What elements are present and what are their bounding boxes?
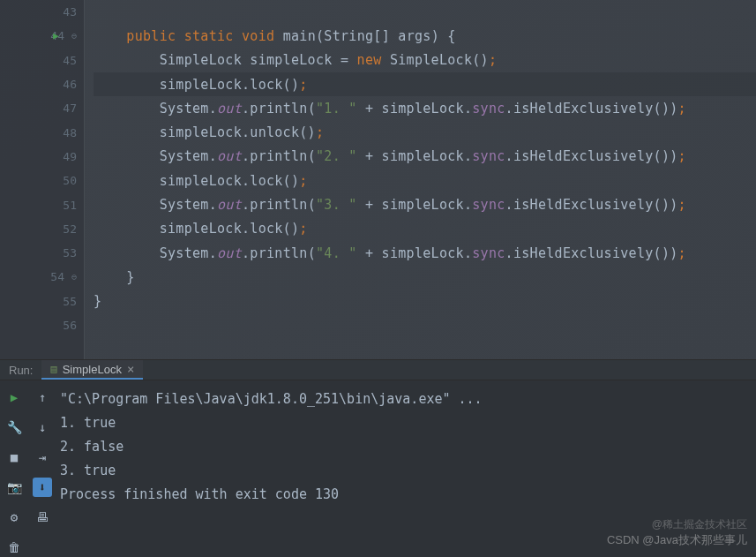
code-line[interactable]: simpleLock.lock(); [94, 217, 756, 241]
watermark-top: @稀土掘金技术社区 [652, 517, 747, 532]
gutter-row[interactable]: 54⊖ [0, 265, 84, 289]
gutter: 4344▶⊖45464748495051525354⊖5556 [0, 0, 84, 359]
gear-icon[interactable]: ⚙ [4, 508, 24, 527]
gutter-row[interactable]: 56 [0, 313, 84, 337]
code-line[interactable]: System.out.println("1. " + simpleLock.sy… [94, 96, 756, 120]
run-toolbar-right: ↑ ↓ ⇥ ⬇ 🖶 [28, 380, 56, 557]
down-arrow-icon[interactable]: ↓ [33, 418, 52, 437]
line-number: 44 [38, 29, 64, 42]
line-number: 43 [50, 5, 77, 19]
code-line[interactable]: simpleLock.lock(); [94, 169, 756, 192]
editor-pane: 4344▶⊖45464748495051525354⊖5556 public s… [0, 0, 756, 359]
gutter-row[interactable]: 53 [0, 241, 84, 265]
run-panel-header: Run: ▤ SimpleLock × [0, 360, 756, 380]
close-icon[interactable]: × [127, 362, 134, 376]
run-config-tab[interactable]: ▤ SimpleLock × [41, 360, 143, 380]
code-line[interactable]: System.out.println("3. " + simpleLock.sy… [94, 192, 756, 216]
gutter-row[interactable]: 47 [0, 96, 84, 120]
gutter-row[interactable]: 49 [0, 145, 84, 169]
line-number: 53 [50, 246, 77, 260]
fold-end-icon[interactable]: ⊖ [71, 272, 77, 282]
rerun-button[interactable]: ▶ [4, 388, 24, 407]
soft-wrap-icon[interactable]: ⇥ [33, 448, 52, 467]
run-tab-name: SimpleLock [63, 363, 122, 376]
code-line[interactable]: public static void main(String[] args) { [94, 24, 756, 48]
code-line[interactable]: } [94, 265, 756, 289]
watermark-bottom: CSDN @Java技术那些事儿 [607, 532, 747, 548]
gutter-row[interactable]: 48 [0, 120, 84, 144]
gutter-row[interactable]: 51 [0, 192, 84, 216]
gutter-row[interactable]: 44▶⊖ [0, 24, 84, 48]
code-line[interactable]: System.out.println("4. " + simpleLock.sy… [94, 241, 756, 265]
gutter-row[interactable]: 46 [0, 72, 84, 96]
code-line[interactable]: SimpleLock simpleLock = new SimpleLock()… [94, 49, 756, 72]
line-number: 51 [50, 199, 77, 212]
code-line[interactable] [94, 313, 756, 337]
gutter-row[interactable]: 55 [0, 290, 84, 313]
wrench-icon[interactable]: 🔧 [4, 418, 24, 437]
camera-icon[interactable]: 📷 [4, 478, 24, 497]
console-line: "C:\Program Files\Java\jdk1.8.0_251\bin\… [60, 388, 752, 411]
line-number: 54 [38, 270, 64, 283]
print-icon[interactable]: 🖶 [33, 508, 52, 527]
console-line: 3. true [60, 459, 752, 483]
code-line[interactable]: System.out.println("2. " + simpleLock.sy… [94, 145, 756, 169]
console-line: Process finished with exit code 130 [60, 483, 752, 507]
line-number: 50 [50, 174, 77, 187]
stop-button[interactable]: ■ [4, 448, 24, 467]
run-line-icon[interactable]: ▶ [53, 30, 59, 41]
line-number: 56 [50, 319, 77, 332]
run-toolbar-left: ▶ 🔧 ■ 📷 ⚙ 🗑 [0, 380, 28, 557]
code-line[interactable] [94, 0, 756, 24]
console-line: 1. true [60, 411, 752, 435]
run-panel: Run: ▤ SimpleLock × ▶ 🔧 ■ 📷 ⚙ 🗑 ↑ ↓ ⇥ ⬇ … [0, 359, 756, 557]
scroll-to-end-icon[interactable]: ⬇ [33, 478, 52, 497]
run-body: ▶ 🔧 ■ 📷 ⚙ 🗑 ↑ ↓ ⇥ ⬇ 🖶 "C:\Program Files\… [0, 380, 756, 557]
file-icon: ▤ [50, 363, 56, 375]
line-number: 45 [50, 54, 77, 67]
gutter-row[interactable]: 43 [0, 0, 84, 24]
code-line[interactable]: simpleLock.lock(); [94, 72, 756, 96]
delete-icon[interactable]: 🗑 [4, 538, 24, 557]
line-number: 46 [50, 78, 77, 91]
code-area[interactable]: public static void main(String[] args) {… [84, 0, 756, 359]
code-line[interactable]: } [94, 290, 756, 313]
line-number: 47 [50, 102, 77, 115]
fold-start-icon[interactable]: ⊖ [71, 31, 77, 41]
line-number: 55 [50, 295, 77, 308]
line-number: 48 [50, 126, 77, 139]
run-label: Run: [0, 364, 41, 377]
code-line[interactable]: simpleLock.unlock(); [94, 120, 756, 144]
gutter-row[interactable]: 52 [0, 217, 84, 241]
line-number: 52 [50, 222, 77, 236]
gutter-row[interactable]: 45 [0, 49, 84, 72]
up-arrow-icon[interactable]: ↑ [33, 388, 52, 407]
console-line: 2. false [60, 435, 752, 459]
line-number: 49 [50, 150, 77, 163]
gutter-row[interactable]: 50 [0, 169, 84, 192]
